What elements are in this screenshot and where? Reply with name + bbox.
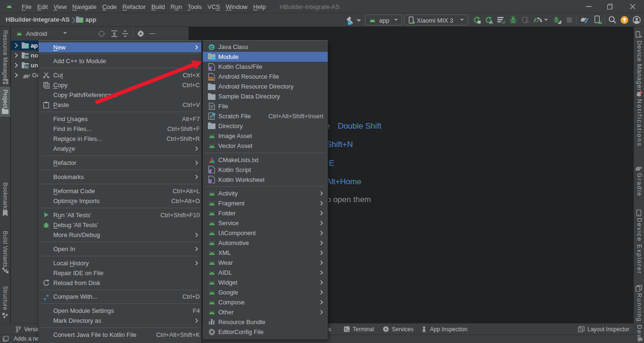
svg-text:<>: <> (209, 77, 213, 81)
svg-text:A: A (489, 20, 493, 24)
svg-text:C: C (210, 44, 214, 49)
